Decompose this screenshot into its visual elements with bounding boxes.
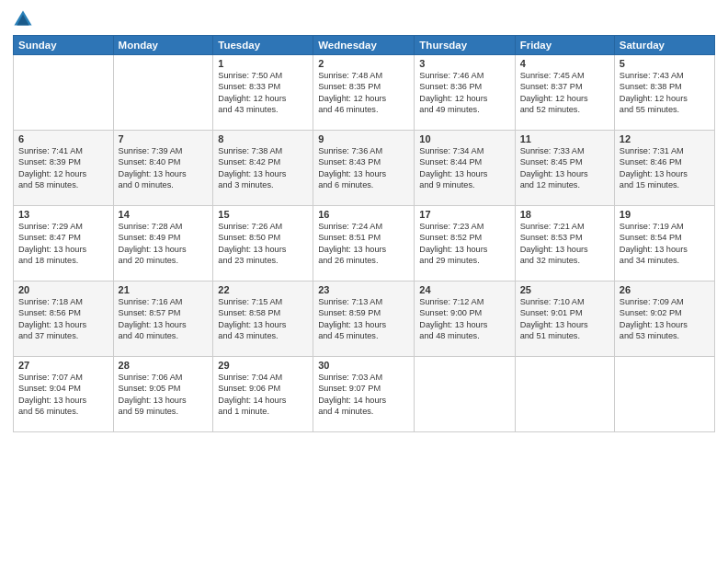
day-number: 22: [218, 284, 308, 295]
day-info: Sunrise: 7:38 AM Sunset: 8:42 PM Dayligh…: [218, 145, 308, 191]
calendar-cell: 19Sunrise: 7:19 AM Sunset: 8:54 PM Dayli…: [614, 206, 714, 282]
day-info: Sunrise: 7:13 AM Sunset: 8:59 PM Dayligh…: [318, 296, 409, 342]
calendar-cell: [14, 55, 114, 131]
day-number: 13: [18, 209, 108, 220]
day-number: 1: [218, 58, 308, 69]
day-info: Sunrise: 7:23 AM Sunset: 8:52 PM Dayligh…: [419, 221, 509, 267]
calendar-cell: 25Sunrise: 7:10 AM Sunset: 9:01 PM Dayli…: [515, 282, 614, 357]
logo-icon: [13, 9, 33, 29]
day-info: Sunrise: 7:31 AM Sunset: 8:46 PM Dayligh…: [620, 145, 710, 191]
day-info: Sunrise: 7:07 AM Sunset: 9:04 PM Dayligh…: [18, 372, 108, 418]
calendar-cell: 7Sunrise: 7:39 AM Sunset: 8:40 PM Daylig…: [113, 131, 213, 206]
calendar-cell: 27Sunrise: 7:07 AM Sunset: 9:04 PM Dayli…: [14, 357, 114, 432]
day-info: Sunrise: 7:45 AM Sunset: 8:37 PM Dayligh…: [520, 70, 609, 116]
calendar-cell: 3Sunrise: 7:46 AM Sunset: 8:36 PM Daylig…: [415, 55, 515, 131]
calendar-cell: 1Sunrise: 7:50 AM Sunset: 8:33 PM Daylig…: [213, 55, 313, 131]
day-number: 3: [419, 58, 509, 69]
day-number: 9: [318, 133, 409, 144]
day-info: Sunrise: 7:03 AM Sunset: 9:07 PM Dayligh…: [318, 372, 409, 418]
day-number: 8: [218, 133, 308, 144]
day-number: 30: [318, 360, 409, 371]
weekday-header-saturday: Saturday: [614, 36, 714, 55]
calendar-cell: 9Sunrise: 7:36 AM Sunset: 8:43 PM Daylig…: [313, 131, 415, 206]
calendar-cell: 24Sunrise: 7:12 AM Sunset: 9:00 PM Dayli…: [415, 282, 515, 357]
day-number: 15: [218, 209, 308, 220]
day-number: 23: [318, 284, 409, 295]
day-info: Sunrise: 7:43 AM Sunset: 8:38 PM Dayligh…: [620, 70, 710, 116]
day-info: Sunrise: 7:34 AM Sunset: 8:44 PM Dayligh…: [419, 145, 509, 191]
day-number: 7: [119, 133, 209, 144]
day-number: 18: [520, 209, 609, 220]
week-row-2: 6Sunrise: 7:41 AM Sunset: 8:39 PM Daylig…: [14, 131, 715, 206]
day-number: 29: [218, 360, 308, 371]
calendar-cell: 4Sunrise: 7:45 AM Sunset: 8:37 PM Daylig…: [515, 55, 614, 131]
day-info: Sunrise: 7:06 AM Sunset: 9:05 PM Dayligh…: [119, 372, 209, 418]
calendar-cell: 6Sunrise: 7:41 AM Sunset: 8:39 PM Daylig…: [14, 131, 114, 206]
day-number: 26: [620, 284, 710, 295]
day-info: Sunrise: 7:18 AM Sunset: 8:56 PM Dayligh…: [18, 296, 108, 342]
calendar-cell: [113, 55, 213, 131]
day-info: Sunrise: 7:24 AM Sunset: 8:51 PM Dayligh…: [318, 221, 409, 267]
day-info: Sunrise: 7:26 AM Sunset: 8:50 PM Dayligh…: [218, 221, 308, 267]
week-row-1: 1Sunrise: 7:50 AM Sunset: 8:33 PM Daylig…: [14, 55, 715, 131]
header: [13, 9, 715, 29]
day-info: Sunrise: 7:16 AM Sunset: 8:57 PM Dayligh…: [119, 296, 209, 342]
day-number: 16: [318, 209, 409, 220]
week-row-4: 20Sunrise: 7:18 AM Sunset: 8:56 PM Dayli…: [14, 282, 715, 357]
day-number: 6: [18, 133, 108, 144]
calendar-cell: 10Sunrise: 7:34 AM Sunset: 8:44 PM Dayli…: [415, 131, 515, 206]
calendar-cell: 12Sunrise: 7:31 AM Sunset: 8:46 PM Dayli…: [614, 131, 714, 206]
logo: [13, 9, 37, 29]
calendar-cell: 16Sunrise: 7:24 AM Sunset: 8:51 PM Dayli…: [313, 206, 415, 282]
day-number: 4: [520, 58, 609, 69]
day-info: Sunrise: 7:15 AM Sunset: 8:58 PM Dayligh…: [218, 296, 308, 342]
calendar-cell: 28Sunrise: 7:06 AM Sunset: 9:05 PM Dayli…: [113, 357, 213, 432]
day-number: 25: [520, 284, 609, 295]
day-info: Sunrise: 7:36 AM Sunset: 8:43 PM Dayligh…: [318, 145, 409, 191]
day-number: 19: [620, 209, 710, 220]
calendar-cell: 26Sunrise: 7:09 AM Sunset: 9:02 PM Dayli…: [614, 282, 714, 357]
day-number: 10: [419, 133, 509, 144]
weekday-header-friday: Friday: [515, 36, 614, 55]
calendar-cell: [515, 357, 614, 432]
day-info: Sunrise: 7:33 AM Sunset: 8:45 PM Dayligh…: [520, 145, 609, 191]
calendar-cell: 8Sunrise: 7:38 AM Sunset: 8:42 PM Daylig…: [213, 131, 313, 206]
weekday-header-wednesday: Wednesday: [313, 36, 415, 55]
calendar-cell: [614, 357, 714, 432]
calendar-table: SundayMondayTuesdayWednesdayThursdayFrid…: [13, 35, 715, 432]
day-info: Sunrise: 7:10 AM Sunset: 9:01 PM Dayligh…: [520, 296, 609, 342]
day-number: 17: [419, 209, 509, 220]
day-number: 12: [620, 133, 710, 144]
calendar-cell: 22Sunrise: 7:15 AM Sunset: 8:58 PM Dayli…: [213, 282, 313, 357]
weekday-header-row: SundayMondayTuesdayWednesdayThursdayFrid…: [14, 36, 715, 55]
weekday-header-thursday: Thursday: [415, 36, 515, 55]
day-info: Sunrise: 7:50 AM Sunset: 8:33 PM Dayligh…: [218, 70, 308, 116]
day-number: 2: [318, 58, 409, 69]
calendar-cell: 5Sunrise: 7:43 AM Sunset: 8:38 PM Daylig…: [614, 55, 714, 131]
day-number: 5: [620, 58, 710, 69]
day-info: Sunrise: 7:28 AM Sunset: 8:49 PM Dayligh…: [119, 221, 209, 267]
day-info: Sunrise: 7:21 AM Sunset: 8:53 PM Dayligh…: [520, 221, 609, 267]
day-number: 28: [119, 360, 209, 371]
day-info: Sunrise: 7:19 AM Sunset: 8:54 PM Dayligh…: [620, 221, 710, 267]
weekday-header-tuesday: Tuesday: [213, 36, 313, 55]
calendar-cell: 13Sunrise: 7:29 AM Sunset: 8:47 PM Dayli…: [14, 206, 114, 282]
week-row-5: 27Sunrise: 7:07 AM Sunset: 9:04 PM Dayli…: [14, 357, 715, 432]
day-number: 24: [419, 284, 509, 295]
calendar-cell: 21Sunrise: 7:16 AM Sunset: 8:57 PM Dayli…: [113, 282, 213, 357]
day-number: 27: [18, 360, 108, 371]
day-info: Sunrise: 7:46 AM Sunset: 8:36 PM Dayligh…: [419, 70, 509, 116]
day-info: Sunrise: 7:41 AM Sunset: 8:39 PM Dayligh…: [18, 145, 108, 191]
calendar-cell: 11Sunrise: 7:33 AM Sunset: 8:45 PM Dayli…: [515, 131, 614, 206]
calendar-cell: 17Sunrise: 7:23 AM Sunset: 8:52 PM Dayli…: [415, 206, 515, 282]
day-number: 14: [119, 209, 209, 220]
calendar-cell: 14Sunrise: 7:28 AM Sunset: 8:49 PM Dayli…: [113, 206, 213, 282]
day-number: 11: [520, 133, 609, 144]
calendar-cell: 30Sunrise: 7:03 AM Sunset: 9:07 PM Dayli…: [313, 357, 415, 432]
day-info: Sunrise: 7:48 AM Sunset: 8:35 PM Dayligh…: [318, 70, 409, 116]
weekday-header-monday: Monday: [113, 36, 213, 55]
day-info: Sunrise: 7:04 AM Sunset: 9:06 PM Dayligh…: [218, 372, 308, 418]
calendar-cell: [415, 357, 515, 432]
day-info: Sunrise: 7:09 AM Sunset: 9:02 PM Dayligh…: [620, 296, 710, 342]
calendar-cell: 29Sunrise: 7:04 AM Sunset: 9:06 PM Dayli…: [213, 357, 313, 432]
